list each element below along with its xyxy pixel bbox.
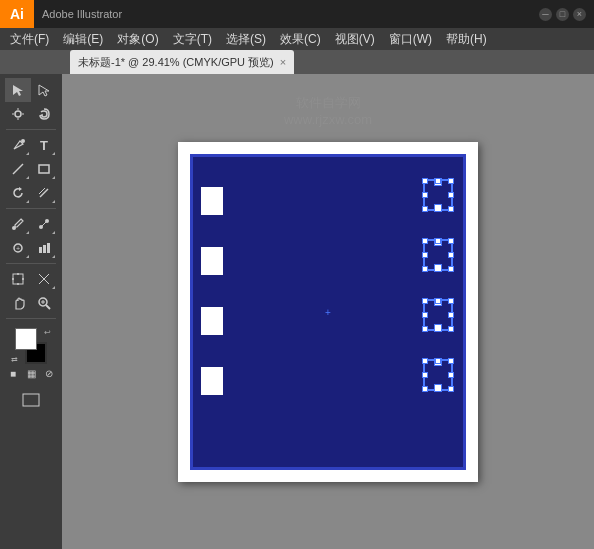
- graph-tool[interactable]: [31, 236, 57, 260]
- svg-rect-18: [43, 245, 46, 253]
- svg-rect-20: [13, 274, 23, 284]
- film-hole-left-1: [201, 187, 223, 215]
- handle-bm: [435, 386, 441, 392]
- watermark: 软件自学网 www.rjzxw.com: [284, 94, 372, 127]
- main-area: T: [0, 74, 594, 549]
- handle-tr: [448, 358, 454, 364]
- handle-br: [448, 326, 454, 332]
- pen-tool[interactable]: [5, 133, 31, 157]
- toolbar: T: [0, 74, 62, 549]
- magic-wand-tool[interactable]: [5, 102, 31, 126]
- document-container: +: [178, 142, 478, 482]
- svg-rect-17: [39, 247, 42, 253]
- menu-window[interactable]: 窗口(W): [383, 29, 438, 50]
- film-hole-left-2: [201, 247, 223, 275]
- menu-view[interactable]: 视图(V): [329, 29, 381, 50]
- type-tool[interactable]: T: [31, 133, 57, 157]
- svg-rect-19: [47, 243, 50, 253]
- handle-mr: [448, 192, 454, 198]
- handle-br: [448, 266, 454, 272]
- handle-tl: [422, 178, 428, 184]
- menu-select[interactable]: 选择(S): [220, 29, 272, 50]
- film-hole-left-3: [201, 307, 223, 335]
- tab-bar: 未标题-1* @ 29.41% (CMYK/GPU 预览) ×: [0, 50, 594, 74]
- rotate-tool[interactable]: [5, 181, 31, 205]
- canvas-area[interactable]: 软件自学网 www.rjzxw.com: [62, 74, 594, 549]
- maximize-btn[interactable]: □: [556, 8, 569, 21]
- handle-mr: [448, 312, 454, 318]
- handle-tl: [422, 358, 428, 364]
- minimize-btn[interactable]: ─: [539, 8, 552, 21]
- divider-1: [6, 129, 56, 130]
- window-controls: ─ □ ×: [539, 8, 594, 21]
- handle-br: [448, 206, 454, 212]
- svg-line-8: [13, 164, 23, 174]
- menu-type[interactable]: 文字(T): [167, 29, 218, 50]
- solid-color-btn[interactable]: ■: [5, 366, 21, 380]
- film-hole-right-4[interactable]: [423, 359, 453, 391]
- handle-bl: [422, 266, 428, 272]
- direct-selection-tool[interactable]: [31, 78, 57, 102]
- close-btn[interactable]: ×: [573, 8, 586, 21]
- warp-tool[interactable]: [31, 181, 57, 205]
- svg-text:+: +: [16, 245, 20, 252]
- svg-rect-9: [39, 165, 49, 173]
- selection-tool[interactable]: [5, 78, 31, 102]
- handle-mr: [448, 372, 454, 378]
- blend-tool[interactable]: [31, 212, 57, 236]
- handle-tr: [448, 238, 454, 244]
- menu-help[interactable]: 帮助(H): [440, 29, 493, 50]
- handle-tl: [422, 238, 428, 244]
- none-btn[interactable]: ⊘: [41, 366, 57, 380]
- svg-marker-1: [39, 85, 49, 96]
- svg-line-26: [46, 305, 50, 309]
- eyedropper-tool[interactable]: [5, 212, 31, 236]
- svg-rect-29: [23, 394, 39, 406]
- fill-color[interactable]: [15, 328, 37, 350]
- handle-bm: [435, 326, 441, 332]
- film-hole-right-1[interactable]: [423, 179, 453, 211]
- handle-ml: [422, 252, 428, 258]
- artboard-tool[interactable]: [5, 267, 31, 291]
- swap-colors[interactable]: ⇄: [11, 355, 18, 364]
- svg-point-11: [12, 226, 16, 230]
- slice-tool[interactable]: [31, 267, 57, 291]
- hand-tool[interactable]: [5, 291, 31, 315]
- handle-bm: [435, 206, 441, 212]
- menu-bar: 文件(F) 编辑(E) 对象(O) 文字(T) 选择(S) 效果(C) 视图(V…: [0, 28, 594, 50]
- film-hole-right-2[interactable]: [423, 239, 453, 271]
- handle-tl: [422, 298, 428, 304]
- rect-tool[interactable]: [31, 157, 57, 181]
- divider-4: [6, 318, 56, 319]
- handle-bl: [422, 326, 428, 332]
- zoom-tool[interactable]: [31, 291, 57, 315]
- document-tab[interactable]: 未标题-1* @ 29.41% (CMYK/GPU 预览) ×: [70, 50, 294, 74]
- svg-marker-0: [13, 85, 23, 96]
- handle-tm: [435, 238, 441, 244]
- menu-edit[interactable]: 编辑(E): [57, 29, 109, 50]
- reset-colors[interactable]: ↩: [44, 328, 51, 337]
- color-tools: ↩ ⇄ ■ ▦ ⊘: [4, 324, 58, 384]
- handle-bl: [422, 206, 428, 212]
- film-strip[interactable]: +: [190, 154, 466, 470]
- screen-mode-btn[interactable]: [11, 388, 51, 412]
- lasso-tool[interactable]: [31, 102, 57, 126]
- handle-br: [448, 386, 454, 392]
- menu-object[interactable]: 对象(O): [111, 29, 164, 50]
- screen-mode-area: [4, 388, 58, 412]
- divider-3: [6, 263, 56, 264]
- gradient-btn[interactable]: ▦: [23, 366, 39, 380]
- handle-tm: [435, 358, 441, 364]
- handle-bl: [422, 386, 428, 392]
- symbol-tool[interactable]: +: [5, 236, 31, 260]
- line-tool[interactable]: [5, 157, 31, 181]
- menu-file[interactable]: 文件(F): [4, 29, 55, 50]
- handle-tm: [435, 178, 441, 184]
- document-page: +: [178, 142, 478, 482]
- film-hole-right-3[interactable]: [423, 299, 453, 331]
- title-bar: Ai Adobe Illustrator ─ □ ×: [0, 0, 594, 28]
- tab-close-btn[interactable]: ×: [280, 56, 286, 68]
- color-swatches[interactable]: ↩ ⇄: [11, 328, 51, 364]
- svg-line-14: [42, 222, 46, 226]
- menu-effect[interactable]: 效果(C): [274, 29, 327, 50]
